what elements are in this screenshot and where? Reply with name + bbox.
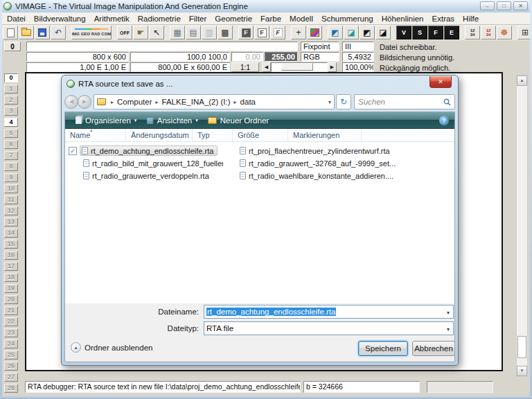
menu-item-höhenlinien[interactable]: Höhenlinien [378,15,428,23]
page-17-button[interactable]: 17 [4,262,18,271]
maximize-button[interactable]: □ [497,1,511,10]
page-20-button[interactable]: 20 [4,295,18,304]
zoom-ratio-button[interactable]: 1:1 [231,62,259,72]
page-16-button[interactable]: 16 [4,251,18,260]
scroll-left-button[interactable]: ◀ [262,62,271,72]
back-button[interactable]: ◀ [64,95,78,109]
checkbox-checked-icon[interactable]: ✓ [69,147,77,155]
cancel-button[interactable]: Abbrechen [412,341,455,356]
page-4-button[interactable]: 4 [4,118,18,127]
vertical-scroll-thumb[interactable] [517,336,526,358]
vertical-scrollbar[interactable]: ▲ ▼ [516,75,528,377]
column-header-größe[interactable]: Größe [233,129,288,141]
scale-field[interactable]: 1,00 E 1,00 E [26,62,129,72]
forward-button[interactable]: ▶ [78,95,91,109]
select-arrow-tool-button[interactable]: ↖ [149,26,164,39]
filetype-dropdown-icon[interactable]: ▾ [447,326,450,332]
page-9-button[interactable]: 9 [4,173,18,182]
page-14-button[interactable]: 14 [4,229,18,238]
menu-item-radiometrie[interactable]: Radiometrie [134,15,185,23]
page-25-button[interactable]: 25 [4,351,18,360]
fixpoint-add-button[interactable]: + [291,26,306,39]
new-folder-button[interactable]: Neuer Ordner [203,116,274,125]
column-header-typ[interactable]: Typ [193,129,233,141]
file-item[interactable]: rt_proj_flaechentreuer_zylinderentwurf.r… [223,145,453,157]
pixel-value-field[interactable]: 5,4932 [342,52,374,62]
page-21-button[interactable]: 21 [4,306,18,315]
page-2-button[interactable]: 2 [4,96,18,105]
page-5-button[interactable]: 5 [4,129,18,138]
page-18-button[interactable]: 18 [4,273,18,282]
undo-button[interactable]: ↶ [51,26,66,39]
page-26-button[interactable]: 26 [4,362,18,371]
save-button[interactable]: Speichern [358,341,408,356]
menu-item-datei[interactable]: Datei [3,15,30,23]
page-22-button[interactable]: 22 [4,317,18,326]
page-15-button[interactable]: 15 [4,240,18,249]
save-file-button[interactable] [35,26,50,39]
breadcrumb-item-falke-ina-2-i[interactable]: FALKE_INA_(2) (I:) [162,98,231,106]
filename-input[interactable]: rt_demo_achtung_endlosschleife.rta ▾ [204,305,454,319]
grid-view-3-button[interactable]: ▥ [202,26,217,39]
column-header-name[interactable]: Name▴ [65,129,126,141]
view-v-button[interactable]: V [396,26,411,39]
fixpoint-field[interactable]: Fixpoint [301,42,339,51]
font-outline-button[interactable]: F [254,26,269,39]
page-6-button[interactable]: 6 [4,140,18,149]
menu-item-schummerung[interactable]: Schummerung [317,15,378,23]
breadcrumb-dropdown-icon[interactable]: ▾ [326,99,331,105]
image-index-button[interactable]: 0 [4,42,21,51]
contrast-2-button[interactable]: ◪ [375,26,391,39]
view-s-button[interactable]: S [412,26,427,39]
page-27-button[interactable]: 27 [4,373,18,382]
minimize-button[interactable]: – [480,1,495,10]
page-28-button[interactable]: 28 [4,384,18,393]
scroll-up-button[interactable]: ▲ [517,76,527,86]
image-size-field[interactable]: 800 x 600 [26,52,129,62]
open-file-button[interactable] [19,26,34,39]
page-11-button[interactable]: 11 [4,195,18,204]
horizontal-scroll-track[interactable] [271,62,328,72]
tool-mode-field[interactable]: III [342,42,374,51]
scroll-down-button[interactable]: ▼ [517,366,527,376]
search-input[interactable]: Suchen [354,94,455,109]
page-8-button[interactable]: 8 [4,162,18,171]
file-item[interactable]: rt_radio_bild_mit_grauwert_128_fuellen..… [66,157,223,169]
page-24-button[interactable]: 24 [4,339,18,348]
scroll-right-button[interactable]: ▶ [328,62,337,72]
profile-2-button[interactable]: ◪ [344,26,359,39]
page-12-button[interactable]: 12 [4,206,18,215]
menu-item-extras[interactable]: Extras [428,15,459,23]
dialog-close-button[interactable]: ✕ [429,76,452,88]
help-button[interactable]: ? [439,116,449,125]
refresh-button[interactable]: ↻ [336,94,351,109]
contrast-1-button[interactable]: ◩ [360,26,375,39]
page-19-button[interactable]: 19 [4,284,18,293]
menu-item-bildverwaltung[interactable]: Bildverwaltung [30,15,90,23]
settings-gear-button[interactable]: ☸ [497,26,512,39]
values-1234-alt-button[interactable]: 12 34 [481,26,496,39]
column-header-markierungen[interactable]: Markierungen [288,129,362,141]
grid-view-4-button[interactable]: ▩ [218,26,233,39]
breadcrumb-item-data[interactable]: data [240,98,256,106]
page-0-button[interactable]: 0 [4,73,18,82]
grid-view-2-button[interactable]: ▤ [186,26,201,39]
hand-tool-button[interactable]: ☛ [133,26,148,39]
horizontal-scroll-thumb[interactable] [281,63,313,71]
page-23-button[interactable]: 23 [4,328,18,337]
zoom-percent-field[interactable]: 100,00% [342,62,374,72]
colorspace-field[interactable]: RGB [301,52,339,62]
organize-menu-button[interactable]: Organisieren ▾ [71,116,141,125]
page-13-button[interactable]: 13 [4,218,18,227]
menu-item-hilfe[interactable]: Hilfe [459,15,483,23]
cursor-position-field[interactable]: 100,0 100,0 [130,52,230,62]
new-file-button[interactable] [3,26,18,39]
views-menu-button[interactable]: ▦ Ansichten ▾ [141,116,202,125]
values-1234-button[interactable]: 12 34 [465,26,480,39]
view-e-button[interactable]: E [444,26,459,39]
menu-item-farbe[interactable]: Farbe [256,15,285,23]
filename-dropdown-icon[interactable]: ▾ [447,310,450,316]
min-value-field[interactable]: 0,00 [231,52,263,62]
page-7-button[interactable]: 7 [4,151,18,160]
menu-item-geometrie[interactable]: Geometrie [211,15,256,23]
